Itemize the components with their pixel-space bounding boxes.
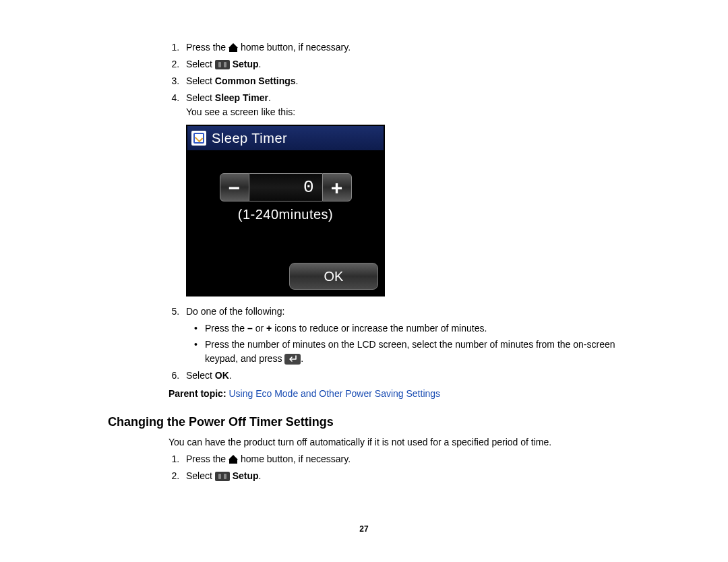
document-page: Press the home button, if necessary. Sel… (0, 0, 728, 562)
lcd-titlebar: Sleep Timer (187, 126, 384, 150)
step6-text-c: . (229, 370, 232, 381)
step6-text-a: Select (186, 370, 215, 381)
setup-icon (215, 472, 230, 481)
sleep-timer-title-icon (191, 131, 206, 146)
setup-icon (215, 60, 230, 69)
lcd-body: − 0 + (1-240minutes) OK (187, 150, 384, 295)
sec2-s2-b: Setup (233, 470, 259, 481)
range-label: (1-240minutes) (238, 204, 334, 224)
page-number: 27 (0, 523, 728, 535)
step-2: Select Setup. (182, 57, 634, 71)
minus-button[interactable]: − (220, 173, 249, 201)
step5-bullet-1: Press the – or + icons to reduce or incr… (198, 321, 634, 336)
lcd-screenshot: Sleep Timer − 0 + (1-240minutes) OK (186, 125, 634, 296)
step6-bold: OK (215, 370, 229, 381)
section2-desc: You can have the product turn off automa… (169, 435, 634, 449)
home-icon (229, 44, 238, 52)
step4-bold: Sleep Timer (215, 92, 268, 103)
step-1: Press the home button, if necessary. (182, 40, 634, 55)
section-heading-poweroff: Changing the Power Off Timer Settings (108, 413, 634, 431)
minutes-field[interactable]: 0 (249, 173, 322, 201)
steps-list-2: Press the home button, if necessary. Sel… (108, 452, 634, 483)
sec2-s1-a: Press the (186, 454, 229, 464)
s5b2-b: . (301, 353, 303, 364)
step4-text-c: . (268, 92, 271, 103)
ok-row: OK (187, 257, 384, 295)
s5b2-a: Press the number of minutes on the LCD s… (205, 339, 615, 364)
s5b1-b: – (247, 323, 253, 334)
steps-list-1: Press the home button, if necessary. Sel… (108, 40, 634, 383)
parent-topic-link[interactable]: Using Eco Mode and Other Power Saving Se… (229, 388, 440, 399)
step1-text-b: home button, if necessary. (238, 42, 351, 53)
home-icon (229, 456, 238, 464)
s5b1-a: Press the (205, 323, 247, 334)
spinner: − 0 + (220, 173, 352, 201)
sec2-s2-a: Select (186, 470, 215, 481)
step2-text-a: Select (186, 59, 215, 69)
step3-text-a: Select (186, 75, 215, 86)
step4-text-a: Select (186, 92, 215, 103)
step3-text-c: . (296, 75, 299, 86)
step-6: Select OK. (182, 369, 634, 383)
step2-bold: Setup (233, 59, 259, 69)
parent-topic-label: Parent topic: (169, 388, 229, 399)
s5b1-e: icons to reduce or increase the number o… (272, 323, 487, 334)
parent-topic: Parent topic: Using Eco Mode and Other P… (169, 387, 634, 401)
sec2-step-1: Press the home button, if necessary. (182, 452, 634, 466)
s5b1-c: or (253, 323, 266, 334)
step5-bullets: Press the – or + icons to reduce or incr… (186, 321, 634, 366)
step5-bullet-2: Press the number of minutes on the LCD s… (198, 338, 634, 366)
sec2-step-2: Select Setup. (182, 469, 634, 483)
step-5: Do one of the following: Press the – or … (182, 305, 634, 366)
step1-text-a: Press the (186, 42, 229, 53)
plus-button[interactable]: + (322, 173, 352, 201)
sec2-s1-b: home button, if necessary. (238, 454, 351, 464)
step3-bold: Common Settings (215, 75, 296, 86)
lcd-title-text: Sleep Timer (212, 128, 287, 148)
step-4: Select Sleep Timer. You see a screen lik… (182, 91, 634, 296)
sec2-s2-c: . (259, 470, 262, 481)
step-3: Select Common Settings. (182, 74, 634, 88)
step4-note: You see a screen like this: (186, 105, 634, 119)
step2-text-c: . (259, 59, 262, 69)
enter-icon (284, 354, 301, 365)
lcd-panel: Sleep Timer − 0 + (1-240minutes) OK (186, 125, 385, 296)
ok-button[interactable]: OK (289, 263, 378, 290)
step5-text: Do one of the following: (186, 306, 284, 317)
